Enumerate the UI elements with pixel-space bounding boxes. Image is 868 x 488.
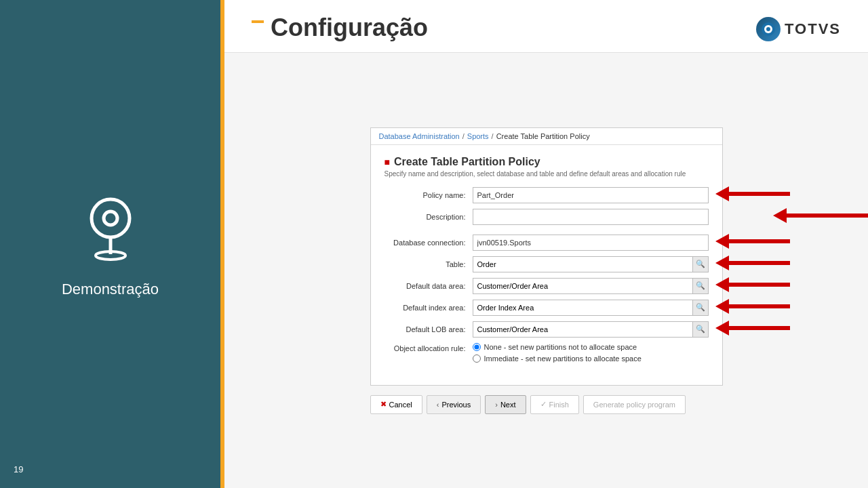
header-accent <box>252 20 264 23</box>
red-arrow-3 <box>715 234 790 251</box>
form-card: Database Administration / Sports / Creat… <box>370 127 723 386</box>
next-icon: › <box>495 401 498 409</box>
allocation-option1-row: None - set new partitions not to allocat… <box>473 343 642 351</box>
header-title-wrap: Configuração <box>252 14 428 42</box>
index-area-input[interactable] <box>473 300 692 316</box>
default-index-area-row: Default index area: 🔍 <box>384 300 709 316</box>
sidebar: Demonstração 19 <box>0 0 220 488</box>
allocation-option2-row: Immediate - set new partitions to alloca… <box>473 354 642 363</box>
totvs-logo: TOTVS <box>756 17 841 41</box>
form-subtitle: Specify name and description, select dat… <box>384 170 709 178</box>
button-row: ✖ Cancel ‹ Previous › Next ✓ Finish Gene… <box>370 395 723 414</box>
db-connection-input[interactable] <box>473 235 709 251</box>
page-number: 19 <box>14 464 23 474</box>
totvs-circle-icon <box>756 17 781 41</box>
next-button[interactable]: › Next <box>485 395 526 414</box>
lob-area-input-wrap: 🔍 <box>473 321 709 338</box>
form-title-text: Create Table Partition Policy <box>394 156 540 168</box>
breadcrumb-sep2: / <box>492 132 494 140</box>
svg-marker-8 <box>773 208 869 223</box>
red-arrow-2 <box>773 208 869 226</box>
allocation-options: None - set new partitions not to allocat… <box>473 343 642 366</box>
breadcrumb-current: Create Table Partition Policy <box>496 132 590 140</box>
svg-marker-12 <box>715 299 790 314</box>
red-arrow-7 <box>715 321 790 338</box>
table-row: Table: 🔍 <box>384 256 709 272</box>
red-arrow-5 <box>715 277 790 295</box>
cancel-label: Cancel <box>389 401 412 409</box>
data-area-search-button[interactable]: 🔍 <box>692 278 709 294</box>
header: Configuração TOTVS <box>224 0 868 53</box>
allocation-radio-1[interactable] <box>473 343 481 351</box>
svg-marker-9 <box>715 234 790 249</box>
policy-name-input[interactable] <box>473 187 709 203</box>
description-label: Description: <box>384 213 473 221</box>
finish-icon: ✓ <box>540 400 547 409</box>
svg-marker-10 <box>715 256 790 270</box>
previous-label: Previous <box>441 401 471 409</box>
generate-label: Generate policy program <box>593 401 675 409</box>
allocation-option2-label: Immediate - set new partitions to alloca… <box>484 354 642 363</box>
main-content: Configuração TOTVS Database Administrati… <box>224 0 868 488</box>
form-title-icon: ■ <box>384 157 390 167</box>
allocation-rule-row: Object allocation rule: None - set new p… <box>384 343 709 366</box>
table-input[interactable] <box>473 256 692 272</box>
form-title: ■ Create Table Partition Policy <box>384 156 709 168</box>
red-arrow-1 <box>715 186 790 204</box>
default-data-area-label: Default data area: <box>384 282 473 290</box>
form-card-inner: ■ Create Table Partition Policy Specify … <box>371 145 722 385</box>
table-label: Table: <box>384 260 473 268</box>
lob-area-search-button[interactable]: 🔍 <box>692 321 709 338</box>
data-area-input[interactable] <box>473 278 692 294</box>
policy-name-row: Policy name: <box>384 187 709 203</box>
db-connection-row: Database connection: <box>384 235 709 251</box>
location-icon <box>77 190 144 267</box>
breadcrumb-part2[interactable]: Sports <box>467 132 489 140</box>
red-arrow-4 <box>715 256 790 273</box>
totvs-text: TOTVS <box>785 20 841 38</box>
content-area: Database Administration / Sports / Creat… <box>224 53 868 488</box>
default-index-area-label: Default index area: <box>384 304 473 312</box>
policy-name-label: Policy name: <box>384 191 473 199</box>
default-data-area-row: Default data area: 🔍 <box>384 278 709 294</box>
description-row: Description: <box>384 209 709 225</box>
cancel-icon: ✖ <box>380 400 387 409</box>
cancel-button[interactable]: ✖ Cancel <box>370 395 422 414</box>
db-connection-label: Database connection: <box>384 239 473 247</box>
allocation-option1-label: None - set new partitions not to allocat… <box>484 343 637 351</box>
svg-point-6 <box>766 27 770 31</box>
allocation-radio-2[interactable] <box>473 354 481 363</box>
breadcrumb-sep1: / <box>462 132 465 140</box>
lob-area-input[interactable] <box>473 321 692 338</box>
table-search-button[interactable]: 🔍 <box>692 256 709 272</box>
prev-icon: ‹ <box>437 401 439 409</box>
svg-marker-13 <box>715 321 790 336</box>
svg-marker-7 <box>715 186 790 201</box>
table-input-wrap: 🔍 <box>473 256 709 272</box>
sidebar-label: Demonstração <box>62 281 159 298</box>
previous-button[interactable]: ‹ Previous <box>427 395 481 414</box>
default-lob-area-row: Default LOB area: 🔍 <box>384 321 709 338</box>
svg-point-0 <box>92 199 130 237</box>
svg-marker-11 <box>715 277 790 292</box>
data-area-input-wrap: 🔍 <box>473 278 709 294</box>
next-label: Next <box>500 401 516 409</box>
allocation-rule-label: Object allocation rule: <box>384 343 473 352</box>
index-area-input-wrap: 🔍 <box>473 300 709 316</box>
index-area-search-button[interactable]: 🔍 <box>692 300 709 316</box>
svg-point-1 <box>104 211 117 225</box>
page-title: Configuração <box>271 14 428 42</box>
finish-button[interactable]: ✓ Finish <box>530 395 579 414</box>
description-input[interactable] <box>473 209 709 225</box>
finish-label: Finish <box>549 401 569 409</box>
svg-point-3 <box>96 251 125 260</box>
red-arrow-6 <box>715 299 790 317</box>
default-lob-area-label: Default LOB area: <box>384 325 473 333</box>
breadcrumb-part1[interactable]: Database Administration <box>379 132 460 140</box>
breadcrumb: Database Administration / Sports / Creat… <box>371 128 722 145</box>
generate-button[interactable]: Generate policy program <box>583 395 686 414</box>
